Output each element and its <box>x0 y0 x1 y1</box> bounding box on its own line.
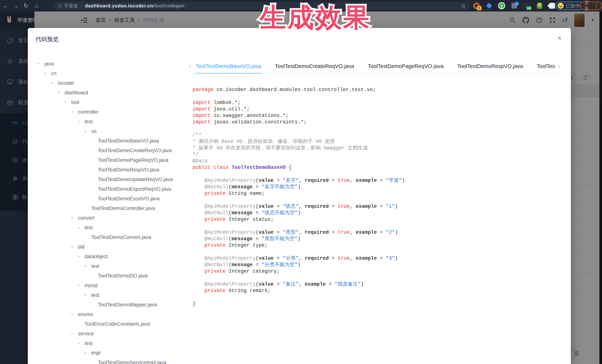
tree-node[interactable]: ToolTestDemoServiceImpl.java <box>28 358 191 364</box>
browser-menu-icon[interactable]: ⋮ <box>594 3 599 9</box>
back-icon[interactable]: ← <box>0 2 11 9</box>
tree-node-label: iocoder <box>58 80 74 86</box>
tab-file-4[interactable]: ToolTestDemoRespVO.java <box>457 59 523 73</box>
extension-icon-y[interactable]: y <box>498 2 505 10</box>
tab-file-1[interactable]: ToolTestDemoBaseVO.java <box>196 59 261 73</box>
caret-down-icon[interactable]: ▾ <box>38 62 44 66</box>
caret-down-icon[interactable]: ▾ <box>78 284 85 287</box>
chevron-left-icon[interactable]: ‹ <box>189 63 191 69</box>
tree-node[interactable]: ▾enums <box>28 310 191 319</box>
tree-node-label: ToolTestDemoCreateReqVO.java <box>98 148 172 154</box>
tree-node[interactable]: ▾mysql <box>28 281 191 290</box>
tree-node[interactable]: ▾java <box>28 59 191 69</box>
caret-down-icon[interactable]: ▾ <box>78 226 85 230</box>
tree-node[interactable]: ToolTestDemoExcelVO.java <box>28 194 191 204</box>
caret-down-icon[interactable]: ▾ <box>71 312 78 316</box>
tree-node[interactable]: ▾impl <box>28 348 191 358</box>
caret-down-icon[interactable]: ▾ <box>85 351 91 355</box>
tree-node[interactable]: ▾vo <box>28 126 191 136</box>
code-line <box>193 197 567 203</box>
tree-node[interactable]: ▾iocoder <box>28 78 191 88</box>
tree-node[interactable]: ToolTestDemoExportReqVO.java <box>28 184 191 194</box>
caret-down-icon[interactable]: ▾ <box>71 245 78 249</box>
code-line: private String name; <box>193 190 567 197</box>
extension-icon-on-switch[interactable]: on <box>523 2 531 10</box>
url-host[interactable]: dashboard.yudao.iocoder.cn <box>85 3 153 9</box>
tree-node[interactable]: ▾test <box>28 338 191 348</box>
caret-down-icon[interactable]: ▾ <box>85 293 91 297</box>
tree-node-label: dataobject <box>85 254 108 260</box>
caret-down-icon[interactable]: ▾ <box>71 110 78 114</box>
tab-file-3[interactable]: ToolTestDemoPageReqVO.java <box>368 59 443 73</box>
profile-paused-badge[interactable]: 已暂停 <box>556 1 584 10</box>
reload-icon[interactable]: ↻ <box>21 2 31 9</box>
code-line: package cn.iocoder.dashboard.modules.too… <box>193 87 567 93</box>
tree-node[interactable]: ▾service <box>28 329 191 338</box>
caret-down-icon[interactable]: ▾ <box>44 72 51 75</box>
caret-down-icon[interactable]: ▾ <box>85 129 91 133</box>
extension-icon-grid[interactable] <box>510 2 518 10</box>
home-icon[interactable]: ⌂ <box>31 2 42 9</box>
code-line: private Integer category; <box>193 268 567 275</box>
caret-down-icon[interactable]: ▾ <box>58 91 64 95</box>
tree-node[interactable]: ToolErrorCodeConstants.java <box>28 319 191 329</box>
tab-file-5[interactable]: ToolTestDemoUpdateReqVO.java <box>537 59 555 73</box>
extensions-puzzle-icon[interactable] <box>548 2 556 10</box>
tree-node[interactable]: ▾test <box>28 261 191 271</box>
code-line: import io.swagger.annotations.*; <box>193 113 567 119</box>
code-line: import lombok.*; <box>193 100 567 106</box>
security-label[interactable]: 不安全 <box>64 3 78 9</box>
caret-down-icon[interactable]: ▾ <box>78 255 85 259</box>
tree-node[interactable]: ▾dashboard <box>28 88 191 97</box>
chevron-right-icon[interactable]: › <box>558 63 560 69</box>
tree-node[interactable]: ToolTestDemoController.java <box>28 204 191 213</box>
caret-down-icon[interactable]: ▾ <box>78 120 85 124</box>
forward-icon[interactable]: → <box>11 2 21 9</box>
tree-node-label: ToolTestDemoController.java <box>91 206 155 211</box>
bookmark-star-icon[interactable]: ☆ <box>461 3 466 9</box>
extension-icon-orange[interactable]: 1 <box>473 2 480 10</box>
caret-down-icon[interactable]: ▾ <box>71 332 78 336</box>
code-line: @NotNull(message = "类型不能为空") <box>193 236 567 242</box>
tree-node-label: ToolTestDemoRespVO.java <box>98 167 159 173</box>
caret-down-icon[interactable]: ▾ <box>64 100 71 104</box>
tree-node[interactable]: ▾test <box>28 223 191 232</box>
window-edge <box>599 11 602 364</box>
tree-node[interactable]: ▾dal <box>28 242 191 252</box>
tree-node-label: ToolTestDemoConvert.java <box>91 234 151 240</box>
tree-node[interactable]: ▾controller <box>28 107 191 117</box>
tree-node-label: ToolErrorCodeConstants.java <box>85 321 150 327</box>
tree-node[interactable]: ▾test <box>28 290 191 300</box>
tree-node[interactable]: ToolTestDemoConvert.java <box>28 232 191 242</box>
tree-node[interactable]: ToolTestDemoUpdateReqVO.java <box>28 175 191 184</box>
url-path[interactable]: /tool/codegen <box>153 3 184 9</box>
browser-update-button[interactable]: 更新 ⋮ <box>580 1 602 10</box>
tab-file-2[interactable]: ToolTestDemoCreateReqVO.java <box>275 59 354 73</box>
tree-node-label: cn <box>51 71 57 76</box>
extension-icon-plant[interactable] <box>536 2 543 10</box>
tree-node[interactable]: ToolTestDemoBaseVO.java <box>28 136 191 146</box>
security-warning-icon[interactable]: ⚠ <box>58 3 62 9</box>
tree-node[interactable]: ToolTestDemoDO.java <box>28 271 191 281</box>
tree-node[interactable]: ▾dataobject <box>28 252 191 261</box>
caret-down-icon[interactable]: ▾ <box>51 81 58 85</box>
tree-node[interactable]: ▾cn <box>28 69 191 78</box>
tree-node[interactable]: ▾test <box>28 117 191 126</box>
url-separator <box>81 3 82 8</box>
tree-node-label: mysql <box>85 283 98 288</box>
caret-down-icon[interactable]: ▾ <box>85 264 91 268</box>
tree-node[interactable]: ToolTestDemoCreateReqVO.java <box>28 146 191 155</box>
tree-node-label: test <box>85 119 93 125</box>
tree-node[interactable]: ▾convert <box>28 213 191 223</box>
tree-node[interactable]: ToolTestDemoRespVO.java <box>28 165 191 175</box>
tree-node[interactable]: ToolTestDemoMapper.java <box>28 300 191 310</box>
code-line: @ApiModelProperty(value = "备注", example … <box>193 281 567 288</box>
app-page: 芋道管理系统 首页 系统管理 基础设施 研发工具 </> 代码生成 <box>0 11 602 364</box>
caret-down-icon[interactable]: ▾ <box>78 341 85 345</box>
tree-node[interactable]: ToolTestDemoPageReqVO.java <box>28 155 191 165</box>
caret-down-icon[interactable]: ▾ <box>71 216 78 220</box>
close-icon[interactable]: ✕ <box>557 35 562 42</box>
tree-node[interactable]: ▾tool <box>28 97 191 107</box>
code-line <box>193 275 567 281</box>
extension-icon-gem[interactable] <box>485 2 493 10</box>
